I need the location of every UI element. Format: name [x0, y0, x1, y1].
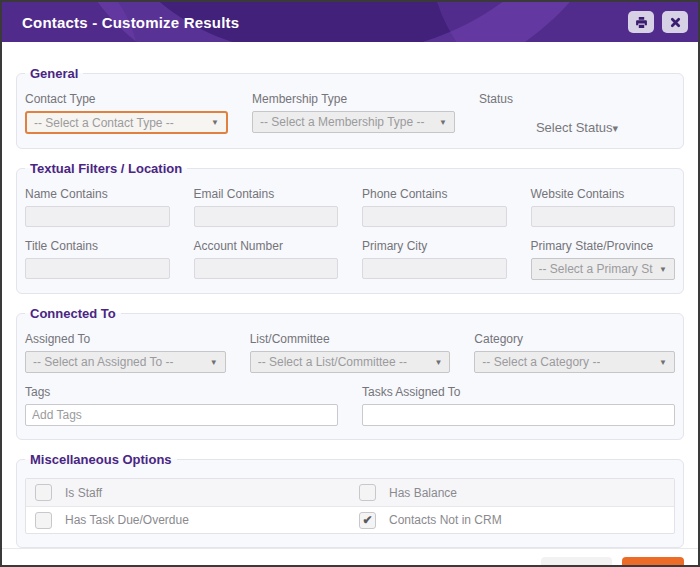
contact-type-label: Contact Type: [25, 92, 228, 106]
list-committee-field: List/Committee -- Select a List/Committe…: [250, 332, 451, 373]
chevron-down-icon: ▼: [659, 265, 667, 274]
has-task-due-option[interactable]: Has Task Due/Overdue: [26, 512, 350, 529]
membership-type-select[interactable]: -- Select a Membership Type -- ▼: [252, 111, 455, 133]
tags-label: Tags: [25, 385, 338, 399]
header-actions: [628, 11, 688, 33]
print-icon: [635, 16, 648, 29]
title-contains-label: Title Contains: [25, 239, 170, 253]
category-select[interactable]: -- Select a Category -- ▼: [474, 351, 675, 373]
done-button[interactable]: Done: [622, 557, 685, 567]
section-miscellaneous: Miscellaneous Options Is Staff Has Balan…: [16, 452, 684, 548]
primary-state-field: Primary State/Province -- Select a Prima…: [531, 239, 676, 280]
chevron-down-icon: ▼: [211, 118, 219, 127]
primary-city-field: Primary City: [362, 239, 507, 280]
close-button[interactable]: [662, 11, 688, 33]
chevron-down-icon: ▼: [434, 358, 442, 367]
modal-body: General Contact Type -- Select a Contact…: [2, 42, 698, 548]
tags-field: Tags: [25, 385, 338, 426]
tasks-assigned-to-field: Tasks Assigned To: [362, 385, 675, 426]
title-contains-input[interactable]: [25, 258, 170, 279]
contacts-not-in-crm-checkbox[interactable]: ✔: [359, 512, 376, 529]
primary-city-input[interactable]: [362, 258, 507, 279]
account-number-input[interactable]: [194, 258, 339, 279]
section-connected-to: Connected To Assigned To -- Select an As…: [16, 306, 684, 440]
cancel-button[interactable]: Cancel: [541, 557, 611, 567]
has-balance-checkbox[interactable]: [359, 484, 376, 501]
email-contains-input[interactable]: [194, 206, 339, 227]
email-contains-field: Email Contains: [194, 187, 339, 227]
section-general: General Contact Type -- Select a Contact…: [16, 66, 684, 149]
category-label: Category: [474, 332, 675, 346]
print-button[interactable]: [628, 11, 654, 33]
primary-state-select[interactable]: -- Select a Primary State/Province -- ▼: [531, 258, 676, 280]
website-contains-label: Website Contains: [531, 187, 676, 201]
is-staff-option[interactable]: Is Staff: [26, 484, 350, 501]
close-icon: [670, 17, 681, 28]
website-contains-input[interactable]: [531, 206, 676, 227]
phone-contains-field: Phone Contains: [362, 187, 507, 227]
status-field: Status Select Status▾: [479, 92, 675, 135]
modal-footer: Cancel Done: [2, 548, 698, 567]
list-committee-label: List/Committee: [250, 332, 451, 346]
tags-input[interactable]: [25, 404, 338, 426]
list-committee-select[interactable]: -- Select a List/Committee -- ▼: [250, 351, 451, 373]
status-label: Status: [479, 92, 675, 106]
misc-checkbox-list: Is Staff Has Balance Has Task Due/Overdu…: [25, 478, 675, 534]
membership-type-field: Membership Type -- Select a Membership T…: [252, 92, 455, 135]
modal-header: Contacts - Customize Results: [2, 2, 698, 42]
account-number-label: Account Number: [194, 239, 339, 253]
account-number-field: Account Number: [194, 239, 339, 280]
category-field: Category -- Select a Category -- ▼: [474, 332, 675, 373]
status-dropdown[interactable]: Select Status▾: [479, 120, 675, 135]
section-textual-filters-title: Textual Filters / Location: [25, 161, 187, 176]
tasks-assigned-to-label: Tasks Assigned To: [362, 385, 675, 399]
checkbox-row: Is Staff Has Balance: [26, 479, 674, 506]
tasks-assigned-to-input[interactable]: [362, 404, 675, 426]
primary-city-label: Primary City: [362, 239, 507, 253]
title-contains-field: Title Contains: [25, 239, 170, 280]
customize-results-modal: Contacts - Customize Results General Con…: [0, 0, 700, 567]
contact-type-field: Contact Type -- Select a Contact Type --…: [25, 92, 228, 135]
phone-contains-input[interactable]: [362, 206, 507, 227]
email-contains-label: Email Contains: [194, 187, 339, 201]
membership-type-label: Membership Type: [252, 92, 455, 106]
section-connected-to-title: Connected To: [25, 306, 121, 321]
name-contains-label: Name Contains: [25, 187, 170, 201]
name-contains-field: Name Contains: [25, 187, 170, 227]
has-balance-option[interactable]: Has Balance: [350, 484, 674, 501]
assigned-to-field: Assigned To -- Select an Assigned To -- …: [25, 332, 226, 373]
is-staff-checkbox[interactable]: [35, 484, 52, 501]
section-miscellaneous-title: Miscellaneous Options: [25, 452, 177, 467]
has-task-due-checkbox[interactable]: [35, 512, 52, 529]
chevron-down-icon: ▼: [659, 358, 667, 367]
contacts-not-in-crm-option[interactable]: ✔ Contacts Not in CRM: [350, 512, 674, 529]
section-general-title: General: [25, 66, 83, 81]
section-textual-filters: Textual Filters / Location Name Contains…: [16, 161, 684, 294]
website-contains-field: Website Contains: [531, 187, 676, 227]
assigned-to-label: Assigned To: [25, 332, 226, 346]
checkbox-row: Has Task Due/Overdue ✔ Contacts Not in C…: [26, 506, 674, 533]
modal-title: Contacts - Customize Results: [22, 14, 239, 31]
phone-contains-label: Phone Contains: [362, 187, 507, 201]
contact-type-select[interactable]: -- Select a Contact Type -- ▼: [25, 111, 228, 134]
chevron-down-icon: ▼: [439, 118, 447, 127]
caret-down-icon: ▾: [613, 122, 619, 134]
assigned-to-select[interactable]: -- Select an Assigned To -- ▼: [25, 351, 226, 373]
primary-state-label: Primary State/Province: [531, 239, 676, 253]
name-contains-input[interactable]: [25, 206, 170, 227]
chevron-down-icon: ▼: [210, 358, 218, 367]
